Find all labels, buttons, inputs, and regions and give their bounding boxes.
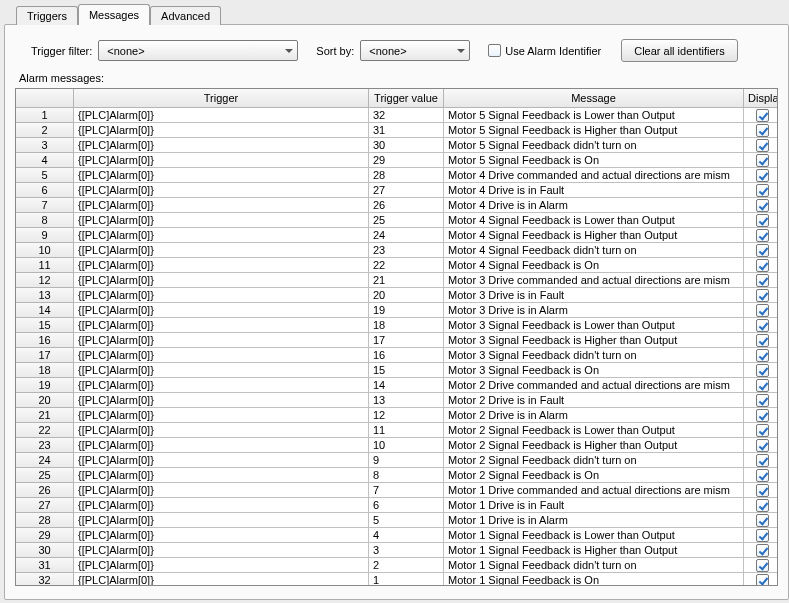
display-checkbox[interactable] xyxy=(756,169,769,182)
cell-trigger[interactable]: {[PLC]Alarm[0]} xyxy=(74,318,369,333)
cell-message[interactable]: Motor 3 Signal Feedback didn't turn on xyxy=(444,348,744,363)
cell-message[interactable]: Motor 3 Drive is in Fault xyxy=(444,288,744,303)
row-number[interactable]: 12 xyxy=(16,273,74,288)
display-checkbox[interactable] xyxy=(756,454,769,467)
cell-trigger[interactable]: {[PLC]Alarm[0]} xyxy=(74,558,369,573)
cell-trigger[interactable]: {[PLC]Alarm[0]} xyxy=(74,393,369,408)
row-number[interactable]: 15 xyxy=(16,318,74,333)
display-checkbox[interactable] xyxy=(756,244,769,257)
cell-message[interactable]: Motor 4 Signal Feedback is Higher than O… xyxy=(444,228,744,243)
row-number[interactable]: 10 xyxy=(16,243,74,258)
row-number[interactable]: 32 xyxy=(16,573,74,585)
cell-message[interactable]: Motor 3 Drive commanded and actual direc… xyxy=(444,273,744,288)
cell-trigger-value[interactable]: 9 xyxy=(369,453,444,468)
display-checkbox[interactable] xyxy=(756,199,769,212)
cell-trigger[interactable]: {[PLC]Alarm[0]} xyxy=(74,483,369,498)
display-checkbox[interactable] xyxy=(756,574,769,586)
cell-message[interactable]: Motor 5 Signal Feedback didn't turn on xyxy=(444,138,744,153)
row-number[interactable]: 28 xyxy=(16,513,74,528)
cell-trigger[interactable]: {[PLC]Alarm[0]} xyxy=(74,213,369,228)
cell-trigger[interactable]: {[PLC]Alarm[0]} xyxy=(74,408,369,423)
cell-trigger[interactable]: {[PLC]Alarm[0]} xyxy=(74,468,369,483)
col-header-trigger-value[interactable]: Trigger value xyxy=(369,89,444,108)
cell-message[interactable]: Motor 2 Signal Feedback is Higher than O… xyxy=(444,438,744,453)
cell-message[interactable]: Motor 4 Drive commanded and actual direc… xyxy=(444,168,744,183)
cell-trigger-value[interactable]: 12 xyxy=(369,408,444,423)
cell-message[interactable]: Motor 3 Signal Feedback is Lower than Ou… xyxy=(444,318,744,333)
cell-trigger[interactable]: {[PLC]Alarm[0]} xyxy=(74,528,369,543)
display-checkbox[interactable] xyxy=(756,364,769,377)
cell-trigger-value[interactable]: 15 xyxy=(369,363,444,378)
cell-trigger[interactable]: {[PLC]Alarm[0]} xyxy=(74,378,369,393)
cell-trigger[interactable]: {[PLC]Alarm[0]} xyxy=(74,573,369,585)
cell-message[interactable]: Motor 2 Drive is in Fault xyxy=(444,393,744,408)
cell-trigger[interactable]: {[PLC]Alarm[0]} xyxy=(74,288,369,303)
cell-trigger-value[interactable]: 6 xyxy=(369,498,444,513)
row-number[interactable]: 26 xyxy=(16,483,74,498)
display-checkbox[interactable] xyxy=(756,334,769,347)
row-number[interactable]: 25 xyxy=(16,468,74,483)
row-number[interactable]: 22 xyxy=(16,423,74,438)
cell-message[interactable]: Motor 5 Signal Feedback is Higher than O… xyxy=(444,123,744,138)
cell-trigger-value[interactable]: 16 xyxy=(369,348,444,363)
cell-trigger-value[interactable]: 30 xyxy=(369,138,444,153)
row-number[interactable]: 16 xyxy=(16,333,74,348)
cell-trigger[interactable]: {[PLC]Alarm[0]} xyxy=(74,273,369,288)
row-number[interactable]: 17 xyxy=(16,348,74,363)
cell-message[interactable]: Motor 1 Drive is in Fault xyxy=(444,498,744,513)
cell-message[interactable]: Motor 2 Signal Feedback is On xyxy=(444,468,744,483)
cell-message[interactable]: Motor 3 Drive is in Alarm xyxy=(444,303,744,318)
cell-trigger-value[interactable]: 8 xyxy=(369,468,444,483)
display-checkbox[interactable] xyxy=(756,484,769,497)
row-number[interactable]: 4 xyxy=(16,153,74,168)
cell-message[interactable]: Motor 5 Signal Feedback is On xyxy=(444,153,744,168)
cell-trigger[interactable]: {[PLC]Alarm[0]} xyxy=(74,153,369,168)
display-checkbox[interactable] xyxy=(756,289,769,302)
cell-message[interactable]: Motor 4 Drive is in Fault xyxy=(444,183,744,198)
cell-trigger-value[interactable]: 3 xyxy=(369,543,444,558)
cell-message[interactable]: Motor 1 Drive is in Alarm xyxy=(444,513,744,528)
row-number[interactable]: 29 xyxy=(16,528,74,543)
trigger-filter-select[interactable]: <none> xyxy=(98,40,298,61)
display-checkbox[interactable] xyxy=(756,394,769,407)
cell-message[interactable]: Motor 1 Drive commanded and actual direc… xyxy=(444,483,744,498)
cell-message[interactable]: Motor 4 Signal Feedback didn't turn on xyxy=(444,243,744,258)
cell-message[interactable]: Motor 1 Signal Feedback is On xyxy=(444,573,744,585)
cell-trigger-value[interactable]: 24 xyxy=(369,228,444,243)
cell-trigger[interactable]: {[PLC]Alarm[0]} xyxy=(74,258,369,273)
cell-trigger-value[interactable]: 14 xyxy=(369,378,444,393)
cell-trigger-value[interactable]: 28 xyxy=(369,168,444,183)
cell-trigger[interactable]: {[PLC]Alarm[0]} xyxy=(74,423,369,438)
cell-trigger-value[interactable]: 32 xyxy=(369,108,444,123)
cell-trigger-value[interactable]: 10 xyxy=(369,438,444,453)
cell-trigger[interactable]: {[PLC]Alarm[0]} xyxy=(74,453,369,468)
cell-trigger[interactable]: {[PLC]Alarm[0]} xyxy=(74,333,369,348)
cell-message[interactable]: Motor 4 Signal Feedback is Lower than Ou… xyxy=(444,213,744,228)
cell-trigger-value[interactable]: 23 xyxy=(369,243,444,258)
cell-trigger[interactable]: {[PLC]Alarm[0]} xyxy=(74,543,369,558)
col-header-rownum[interactable] xyxy=(16,89,74,108)
cell-message[interactable]: Motor 4 Drive is in Alarm xyxy=(444,198,744,213)
col-header-display[interactable]: Display xyxy=(744,89,777,108)
tab-messages[interactable]: Messages xyxy=(78,4,150,25)
display-checkbox[interactable] xyxy=(756,319,769,332)
cell-trigger[interactable]: {[PLC]Alarm[0]} xyxy=(74,348,369,363)
row-number[interactable]: 31 xyxy=(16,558,74,573)
display-checkbox[interactable] xyxy=(756,184,769,197)
row-number[interactable]: 1 xyxy=(16,108,74,123)
row-number[interactable]: 11 xyxy=(16,258,74,273)
cell-trigger[interactable]: {[PLC]Alarm[0]} xyxy=(74,228,369,243)
display-checkbox[interactable] xyxy=(756,274,769,287)
cell-trigger-value[interactable]: 20 xyxy=(369,288,444,303)
cell-trigger[interactable]: {[PLC]Alarm[0]} xyxy=(74,498,369,513)
display-checkbox[interactable] xyxy=(756,559,769,572)
display-checkbox[interactable] xyxy=(756,379,769,392)
cell-trigger-value[interactable]: 31 xyxy=(369,123,444,138)
use-alarm-identifier-checkbox[interactable] xyxy=(488,44,501,57)
display-checkbox[interactable] xyxy=(756,544,769,557)
display-checkbox[interactable] xyxy=(756,469,769,482)
cell-trigger-value[interactable]: 5 xyxy=(369,513,444,528)
row-number[interactable]: 18 xyxy=(16,363,74,378)
display-checkbox[interactable] xyxy=(756,424,769,437)
cell-message[interactable]: Motor 4 Signal Feedback is On xyxy=(444,258,744,273)
